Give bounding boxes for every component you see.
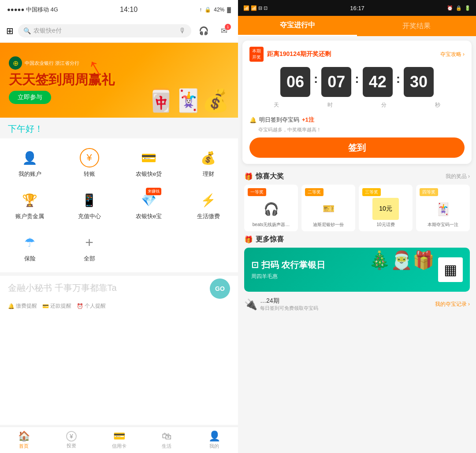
qr-icon[interactable]: ⊞ xyxy=(6,26,14,36)
menu-item-utility[interactable]: ⚡ 生活缴费 xyxy=(178,184,238,226)
scan-icon: ⊡ xyxy=(251,260,259,270)
footer-left: 🔌 …24期 每日签到可免费领取夺宝码 xyxy=(244,297,318,312)
prize-first: 一等奖 🎧 beats无线扬声器… xyxy=(244,185,298,231)
tag-bill: 🔔 缴费提醒 xyxy=(8,302,37,310)
banner-title: 天天签到周周赢礼 xyxy=(9,73,229,86)
life-icon: 🛍 xyxy=(162,431,171,442)
records-link[interactable]: 我的夺宝记录 › xyxy=(435,301,470,308)
more-banner-title: ⊡ 扫码 农行掌银日 xyxy=(251,259,325,271)
second-label: 秒 xyxy=(435,101,440,109)
tag-repay: 💳 还款提醒 xyxy=(42,302,71,310)
signin-hint-sub: 夺宝码越多，中奖概率越高！ xyxy=(249,126,465,133)
arrow-icon: ↑ xyxy=(199,7,202,13)
nav-home[interactable]: 🏠 首页 xyxy=(0,427,48,453)
wealth-label: 理财 xyxy=(203,170,214,178)
menu-item-wealth[interactable]: 💰 理财 xyxy=(178,142,238,184)
banner-cta-button[interactable]: 立即参与 xyxy=(9,91,51,104)
prize-name-first: beats无线扬声器… xyxy=(253,222,290,228)
secretary-title: 金融小秘书 千事万事都靠Ta xyxy=(8,282,117,294)
search-input[interactable]: 🔍 农银快e付 🎙 xyxy=(18,24,191,37)
more-banner[interactable]: ⊡ 扫码 农行掌银日 周四羊毛惠 🎄🎅🎁 ▦ xyxy=(244,248,470,292)
left-status-bar: ●●●●● 中国移动 4G 14:10 ↑ 🔒 42% ▓ xyxy=(0,0,238,19)
right-icons: ⏰ 🔒 🔋 xyxy=(447,5,471,11)
recharge-icon: 📱 xyxy=(80,190,99,210)
prize-img-fourth: 🃏 xyxy=(430,198,456,220)
secretary-section: 金融小秘书 千事万事都靠Ta GO 🔔 缴费提醒 💳 还款提醒 ⏰ 个人提醒 xyxy=(0,276,238,425)
prize-img-second: 🎫 xyxy=(315,198,342,220)
menu-item-all[interactable]: + 全部 xyxy=(60,226,119,269)
left-panel: ●●●●● 中国移动 4G 14:10 ↑ 🔒 42% ▓ ⊞ 🔍 农银快e付 … xyxy=(0,0,238,453)
right-status-bar: 📶 📶 ⊟ ⊡ 16:17 ⏰ 🔒 🔋 xyxy=(238,0,476,16)
gold-label: 账户贵金属 xyxy=(15,212,44,220)
menu-item-account[interactable]: 👤 我的账户 xyxy=(0,142,60,184)
bell-red-icon: 🔔 xyxy=(249,117,257,123)
signin-hint: 🔔 明日签到夺宝码 +1注 xyxy=(249,112,465,126)
search-icon: 🔍 xyxy=(23,27,31,34)
menu-item-insurance[interactable]: ☂ 保险 xyxy=(0,226,60,269)
nav-invest[interactable]: ¥ 投资 xyxy=(48,427,95,453)
banner-decoration: 🀄🃏💰 xyxy=(147,88,229,113)
signal-bars: 📶 📶 ⊟ ⊡ xyxy=(243,5,268,11)
rank-third: 三等奖 xyxy=(362,188,381,196)
insurance-label: 保险 xyxy=(24,255,36,263)
bottom-nav: 🏠 首页 ¥ 投资 💳 信用卡 🛍 生活 👤 我的 xyxy=(0,427,238,453)
countdown-label: 本期 开奖 距离190124期开奖还剩 xyxy=(249,47,331,62)
account-icon: 👤 xyxy=(20,148,40,167)
repay-icon: 💳 xyxy=(42,303,49,309)
tab-results[interactable]: 开奖结果 xyxy=(357,16,476,36)
prizes-icon: 🎁 xyxy=(244,172,253,181)
menu-item-ebao[interactable]: 💎 来赚钱 农银快e宝 xyxy=(119,184,178,226)
prize-img-third: 10元 xyxy=(372,198,399,220)
prize-third: 三等奖 10元 10元话费 xyxy=(359,185,413,231)
prize-name-fourth: 本期夺宝码一注 xyxy=(428,222,458,228)
loan-label: 农银快e贷 xyxy=(136,170,162,178)
nav-profile[interactable]: 👤 我的 xyxy=(190,427,238,453)
bank-name: 中国农业银行 浙江省分行 xyxy=(25,60,79,66)
credit-icon: 💳 xyxy=(113,431,125,442)
more-banner-subtitle: 周四羊毛惠 xyxy=(251,273,325,280)
menu-grid: 👤 我的账户 ¥ 转账 💳 农银快e贷 💰 理财 🏆 账户贵金属 📱 充值中心 … xyxy=(0,138,238,272)
transfer-label: 转账 xyxy=(84,170,95,178)
menu-item-loan[interactable]: 💳 农银快e贷 xyxy=(119,142,178,184)
rank-fourth: 四等奖 xyxy=(420,188,438,196)
ebao-label: 农银快e宝 xyxy=(136,212,162,220)
countdown-numbers: 06 : 07 : 42 : 30 xyxy=(249,67,465,97)
all-label: 全部 xyxy=(84,255,95,263)
battery-icon: ▓ xyxy=(227,7,231,13)
battery-right-icon: 🔋 xyxy=(465,5,471,11)
right-signal: 📶 📶 ⊟ ⊡ xyxy=(243,5,268,11)
menu-item-gold[interactable]: 🏆 账户贵金属 xyxy=(0,184,60,226)
search-placeholder: 农银快e付 xyxy=(33,27,176,35)
secretary-go-button[interactable]: GO xyxy=(210,278,230,299)
qr-code: ▦ xyxy=(438,257,463,282)
nav-life[interactable]: 🛍 生活 xyxy=(143,427,190,453)
account-label: 我的账户 xyxy=(19,170,41,178)
wealth-icon: 💰 xyxy=(199,148,218,167)
loan-icon: 💳 xyxy=(139,148,159,167)
ebao-tag: 来赚钱 xyxy=(146,188,161,195)
minute-label: 分 xyxy=(381,101,387,109)
menu-item-recharge[interactable]: 📱 充值中心 xyxy=(60,184,119,226)
menu-item-transfer[interactable]: ¥ 转账 xyxy=(60,142,119,184)
right-time: 16:17 xyxy=(350,5,364,11)
alarm-icon: ⏰ xyxy=(447,5,453,11)
headset-button[interactable]: 🎧 xyxy=(196,23,212,39)
sep-2: : xyxy=(355,72,359,86)
prizes-section: 🎁 惊喜大奖 我的奖品 › 一等奖 🎧 beats无线扬声器… 二等奖 🎫 迪斯… xyxy=(238,168,476,233)
nav-credit[interactable]: 💳 信用卡 xyxy=(95,427,143,453)
sep-3: : xyxy=(396,72,400,86)
signin-button[interactable]: 签到 xyxy=(249,137,465,158)
strategy-link[interactable]: 夺宝攻略 › xyxy=(440,51,465,58)
count-seconds: 30 xyxy=(404,67,434,97)
footer-period: …24期 xyxy=(260,297,318,305)
prizes-grid: 一等奖 🎧 beats无线扬声器… 二等奖 🎫 迪斯尼银钞一份 三等奖 10元 … xyxy=(244,185,470,231)
utility-icon: ⚡ xyxy=(199,190,218,210)
more-banner-deco: 🎄🎅🎁 xyxy=(368,250,435,271)
my-prizes-link[interactable]: 我的奖品 › xyxy=(446,173,470,180)
mail-button[interactable]: ✉ 1 xyxy=(216,23,232,39)
tab-active[interactable]: 夺宝进行中 xyxy=(238,16,357,36)
prize-img-first: 🎧 xyxy=(258,198,284,220)
signal-carrier: ●●●●● 中国移动 4G xyxy=(7,6,58,14)
banner[interactable]: ⊕ 中国农业银行 浙江省分行 天天签到周周赢礼 立即参与 ↑ 🀄🃏💰 xyxy=(0,43,238,118)
mic-icon[interactable]: 🎙 xyxy=(179,27,186,35)
